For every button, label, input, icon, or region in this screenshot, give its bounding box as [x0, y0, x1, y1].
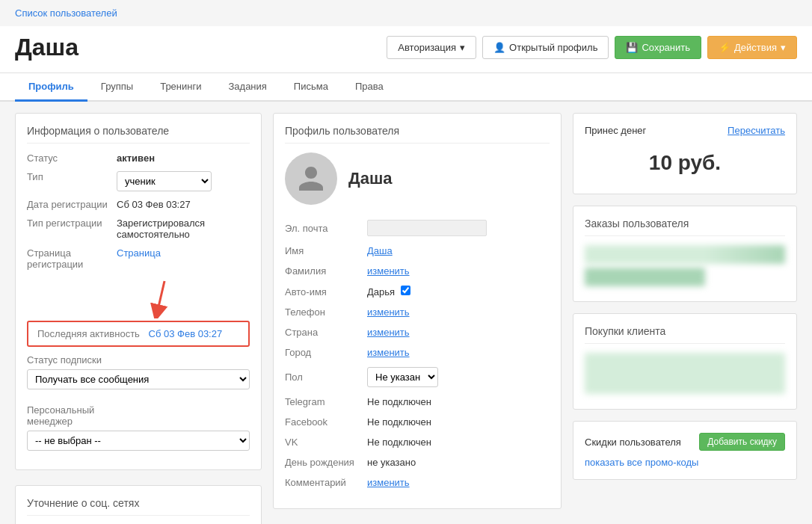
vk-value: Не подключен — [367, 437, 431, 448]
social-panel: Уточнение о соц. сетях Facebook — [15, 485, 262, 524]
city-link[interactable]: изменить — [367, 347, 410, 358]
city-row: Город изменить — [285, 347, 550, 358]
autoname-checkbox[interactable] — [401, 286, 410, 295]
country-link[interactable]: изменить — [367, 327, 410, 338]
auth-button[interactable]: Авторизация — [387, 36, 476, 59]
orders-title: Заказы пользователя — [585, 218, 785, 236]
profile-panel-title: Профиль пользователя — [285, 125, 550, 144]
tab-trainings[interactable]: Тренинги — [147, 73, 215, 102]
facebook-value: Не подключен — [367, 416, 431, 428]
firstname-row: Имя Даша — [285, 245, 550, 256]
birthday-row: День рождения не указано — [285, 457, 550, 468]
discounts-panel: Скидки пользователя Добавить скидку пока… — [573, 421, 797, 480]
status-row: Статус активен — [27, 152, 250, 164]
facebook-row: Facebook Не подключен — [285, 416, 550, 428]
money-title: Принес денег — [585, 125, 646, 136]
telegram-label: Telegram — [285, 396, 367, 407]
profile-top: Даша — [285, 152, 550, 205]
orders-blurred-content-2 — [585, 268, 705, 286]
breadcrumb: Список пользователей — [0, 0, 812, 26]
gender-select[interactable]: Не указан Мужской Женский — [367, 367, 438, 387]
last-activity-label: Последняя активность — [37, 328, 140, 339]
purchases-title: Покупки клиента — [585, 325, 785, 344]
reg-date-value: Сб 03 Фев 03:27 — [117, 199, 191, 210]
comment-row: Комментарий изменить — [285, 477, 550, 488]
comment-link[interactable]: изменить — [367, 477, 410, 488]
money-header: Принес денег Пересчитать — [585, 125, 785, 136]
avatar — [285, 152, 337, 205]
tab-rights[interactable]: Права — [342, 73, 397, 102]
lastname-row: Фамилия изменить — [285, 265, 550, 277]
subscription-row: Статус подписки Получать все сообщения О… — [27, 354, 250, 397]
save-button[interactable]: 💾 Сохранить — [615, 36, 701, 59]
type-label: Тип — [27, 171, 117, 182]
gender-row: Пол Не указан Мужской Женский — [285, 367, 550, 387]
type-select[interactable]: ученик учитель администратор — [117, 171, 212, 191]
firstname-label: Имя — [285, 245, 367, 256]
autoname-value: Дарья — [367, 286, 410, 298]
avatar-icon — [296, 164, 326, 194]
city-label: Город — [285, 347, 367, 358]
content-area: Информация о пользователе Статус активен… — [0, 102, 812, 524]
status-value: активен — [117, 152, 155, 164]
phone-link[interactable]: изменить — [367, 306, 410, 318]
autoname-label: Авто-имя — [285, 286, 367, 298]
lastname-link[interactable]: изменить — [367, 265, 410, 277]
facebook-label: Facebook — [285, 416, 367, 428]
tab-profile[interactable]: Профиль — [15, 73, 87, 102]
birthday-label: День рождения — [285, 457, 367, 468]
tab-tasks[interactable]: Задания — [215, 73, 280, 102]
reg-page-link[interactable]: Страница — [117, 247, 161, 259]
email-row: Эл. почта — [285, 220, 550, 236]
phone-label: Телефон — [285, 306, 367, 318]
lightning-icon: ⚡ — [719, 42, 731, 53]
gender-label: Пол — [285, 372, 367, 383]
last-activity-box: Последняя активность Сб 03 Фев 03:27 — [27, 321, 250, 347]
reg-type-value: Зарегистрировался самостоятельно — [117, 218, 250, 240]
status-label: Статус — [27, 152, 117, 164]
reg-page-row: Страница регистрации Страница — [27, 247, 250, 270]
manager-label: Персональный менеджер — [27, 404, 117, 427]
last-activity-value: Сб 03 Фев 03:27 — [149, 328, 223, 339]
comment-label: Комментарий — [285, 477, 367, 488]
save-icon: 💾 — [626, 42, 638, 53]
autoname-row: Авто-имя Дарья — [285, 286, 550, 298]
discounts-title: Скидки пользователя — [585, 437, 681, 448]
birthday-value: не указано — [367, 457, 416, 468]
reg-page-value: Страница — [117, 247, 161, 259]
email-field[interactable] — [367, 220, 487, 236]
orders-blurred-content — [585, 245, 785, 264]
tab-groups[interactable]: Группы — [87, 73, 147, 102]
manager-select[interactable]: -- не выбран -- — [27, 431, 250, 451]
vk-row: VK Не подключен — [285, 437, 550, 448]
svg-line-0 — [157, 281, 164, 313]
firstname-value[interactable]: Даша — [367, 245, 393, 256]
user-info-panel: Информация о пользователе Статус активен… — [15, 113, 262, 470]
page-title: Даша — [15, 34, 387, 61]
open-profile-button[interactable]: 👤 Открытый профиль — [482, 36, 609, 59]
purchases-panel: Покупки клиента — [573, 313, 797, 410]
money-amount: 10 руб. — [585, 144, 785, 182]
orders-panel: Заказы пользователя — [573, 206, 797, 302]
subscription-select[interactable]: Получать все сообщения Отписан Только ва… — [27, 369, 250, 389]
reg-type-row: Тип регистрации Зарегистрировался самост… — [27, 218, 250, 240]
vk-label: VK — [285, 437, 367, 448]
tab-letters[interactable]: Письма — [280, 73, 342, 102]
tabs-bar: Профиль Группы Тренинги Задания Письма П… — [0, 73, 812, 102]
country-row: Страна изменить — [285, 327, 550, 338]
recalc-link[interactable]: Пересчитать — [728, 125, 785, 136]
country-label: Страна — [285, 327, 367, 338]
promo-codes-link[interactable]: показать все промо-коды — [585, 457, 698, 468]
telegram-row: Telegram Не подключен — [285, 396, 550, 407]
reg-type-label: Тип регистрации — [27, 218, 117, 229]
add-discount-button[interactable]: Добавить скидку — [699, 433, 785, 451]
header-actions: Авторизация 👤 Открытый профиль 💾 Сохрани… — [387, 36, 797, 59]
actions-button[interactable]: ⚡ Действия — [707, 36, 797, 59]
discounts-header: Скидки пользователя Добавить скидку — [585, 433, 785, 451]
breadcrumb-link[interactable]: Список пользователей — [15, 7, 117, 19]
type-row: Тип ученик учитель администратор — [27, 171, 250, 191]
manager-row: Персональный менеджер -- не выбран -- — [27, 404, 250, 451]
social-title: Уточнение о соц. сетях — [27, 497, 250, 516]
right-panel: Принес денег Пересчитать 10 руб. Заказы … — [573, 113, 797, 524]
page-header: Даша Авторизация 👤 Открытый профиль 💾 Со… — [0, 26, 812, 73]
